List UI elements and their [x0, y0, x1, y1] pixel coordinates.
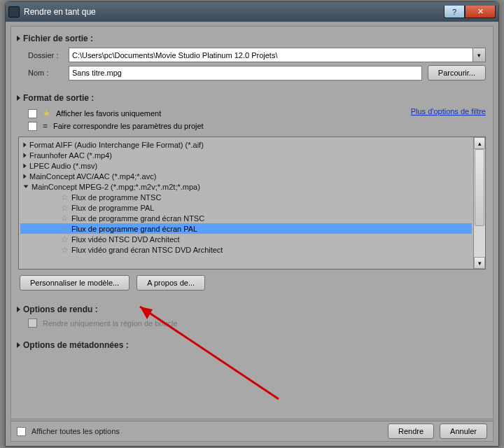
- window-title: Rendre en tant que: [24, 7, 444, 17]
- match-project-label: Faire correspondre les paramètres du pro…: [53, 122, 204, 130]
- render-button[interactable]: Rendre: [388, 424, 434, 439]
- format-preset[interactable]: ☆Flux vidéo grand écran NTSC DVD Archite…: [20, 244, 472, 255]
- star-outline-icon[interactable]: ☆: [61, 192, 69, 202]
- scroll-track[interactable]: [474, 149, 485, 257]
- scroll-down-button[interactable]: ▾: [474, 257, 485, 269]
- format-item[interactable]: LPEC Audio (*.msv): [20, 160, 472, 171]
- chevron-right-icon: [17, 342, 20, 348]
- format-preset[interactable]: ☆Flux de programme grand écran NTSC: [20, 213, 472, 223]
- show-all-options-checkbox[interactable]: [17, 427, 26, 436]
- metadata-options-header[interactable]: Options de métadonnées :: [15, 336, 489, 353]
- name-input[interactable]: [69, 66, 422, 80]
- more-filter-options-link[interactable]: Plus d'options de filtre: [411, 107, 486, 115]
- list-scrollbar[interactable]: ▴ ▾: [473, 137, 485, 269]
- star-outline-icon[interactable]: ☆: [61, 234, 69, 244]
- chevron-right-icon: [17, 36, 20, 41]
- cancel-button[interactable]: Annuler: [440, 424, 487, 439]
- name-label: Nom :: [28, 69, 63, 77]
- format-preset[interactable]: ☆Flux de programme NTSC: [20, 192, 472, 202]
- help-button[interactable]: ?: [444, 6, 465, 18]
- folder-dropdown-button[interactable]: ▾: [473, 48, 486, 62]
- chevron-down-icon: [24, 185, 29, 188]
- titlebar[interactable]: Rendre en tant que ? ✕: [6, 2, 498, 22]
- chevron-right-icon: [17, 307, 20, 312]
- star-outline-icon[interactable]: ☆: [61, 214, 69, 223]
- star-outline-icon[interactable]: ☆: [61, 224, 69, 234]
- show-favorites-label: Afficher les favoris uniquement: [56, 109, 161, 118]
- show-favorites-checkbox[interactable]: [28, 109, 37, 118]
- chevron-right-icon: [23, 142, 26, 147]
- chevron-right-icon: [23, 163, 26, 168]
- format-preset[interactable]: ☆Flux vidéo NTSC DVD Architect: [20, 234, 472, 244]
- star-outline-icon[interactable]: ☆: [61, 245, 69, 255]
- match-project-checkbox[interactable]: [28, 122, 37, 131]
- dialog-body: Fichier de sortie : Dossier : ▾ Nom : Pa…: [10, 26, 493, 419]
- folder-label: Dossier :: [28, 51, 63, 59]
- format-preset-selected[interactable]: ☆Flux de programme grand écran PAL: [20, 223, 472, 234]
- dialog-footer: Afficher toutes les options Rendre Annul…: [10, 421, 493, 442]
- star-icon: ★: [43, 108, 50, 118]
- dialog-window: Rendre en tant que ? ✕ Fichier de sortie…: [5, 1, 499, 447]
- browse-button[interactable]: Parcourir...: [428, 65, 486, 80]
- scroll-up-button[interactable]: ▴: [474, 137, 485, 149]
- output-file-header[interactable]: Fichier de sortie :: [15, 29, 489, 46]
- about-button[interactable]: A propos de...: [136, 275, 205, 290]
- output-format-header[interactable]: Format de sortie :: [15, 89, 489, 106]
- chevron-right-icon: [23, 174, 26, 178]
- chevron-right-icon: [17, 95, 20, 101]
- equals-icon: =: [43, 121, 48, 131]
- star-outline-icon[interactable]: ☆: [61, 203, 69, 213]
- format-preset[interactable]: ☆Flux de programme PAL: [20, 202, 472, 213]
- scroll-thumb[interactable]: [475, 149, 484, 226]
- loop-region-label: Rendre uniquement la région de boucle: [43, 319, 178, 328]
- format-item[interactable]: Format AIFF (Audio Interchange File Form…: [20, 139, 472, 150]
- customize-template-button[interactable]: Personnaliser le modèle...: [20, 275, 130, 290]
- format-item[interactable]: MainConcept AVC/AAC (*.mp4;*.avc): [20, 171, 472, 181]
- format-list[interactable]: Format AIFF (Audio Interchange File Form…: [18, 136, 486, 270]
- render-options-header[interactable]: Options de rendu :: [15, 300, 489, 317]
- close-button[interactable]: ✕: [465, 6, 496, 18]
- format-item-expanded[interactable]: MainConcept MPEG-2 (*.mpg;*.m2v;*.m2t;*.…: [20, 181, 472, 192]
- show-all-options-label: Afficher toutes les options: [31, 427, 120, 435]
- chevron-right-icon: [23, 153, 26, 158]
- folder-input[interactable]: [69, 48, 473, 62]
- app-icon: [8, 6, 20, 18]
- loop-region-checkbox: [28, 318, 37, 328]
- format-item[interactable]: Fraunhofer AAC (*.mp4): [20, 150, 472, 160]
